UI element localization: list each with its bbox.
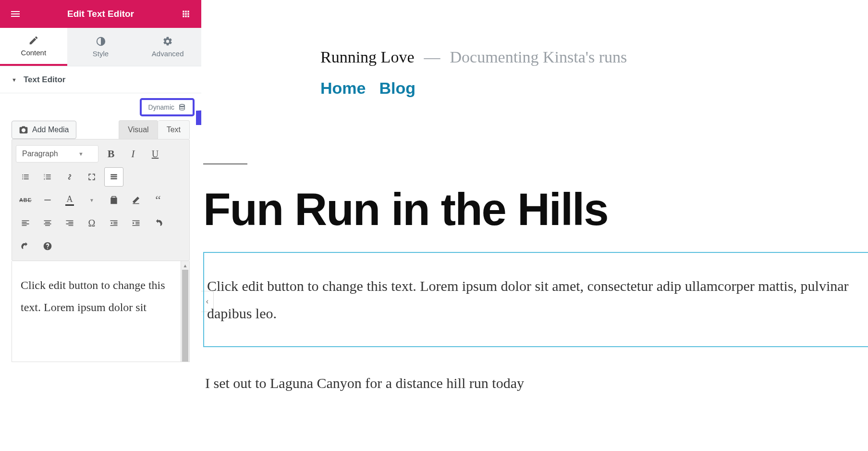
nav-home[interactable]: Home <box>320 79 366 98</box>
panel-tabs: Content Style Advanced <box>0 28 201 66</box>
selected-text-widget[interactable]: Click edit button to change this text. L… <box>203 252 868 347</box>
preview-pane: ‹ Running Love — Documenting Kinsta's ru… <box>201 0 868 451</box>
undo-button[interactable] <box>148 213 168 233</box>
special-char-button[interactable]: Ω <box>82 213 101 233</box>
site-title: Running Love <box>320 48 414 66</box>
align-right-button[interactable] <box>60 213 79 233</box>
tab-content[interactable]: Content <box>0 28 67 66</box>
scroll-up-icon: ▲ <box>181 261 189 270</box>
text-color-button[interactable]: A <box>60 190 79 210</box>
title-dash: — <box>424 48 440 66</box>
sidebar-header: Edit Text Editor <box>0 0 201 28</box>
article: Fun Run in the Hills Click edit button t… <box>201 163 868 391</box>
chevron-down-icon: ▼ <box>78 151 84 157</box>
post-paragraph: I set out to Laguna Canyon for a distanc… <box>205 375 868 391</box>
post-title: Fun Run in the Hills <box>203 184 868 236</box>
paste-text-button[interactable] <box>104 190 123 210</box>
horizontal-rule-button[interactable] <box>38 190 57 210</box>
dynamic-button[interactable]: Dynamic <box>140 98 195 116</box>
indent-button[interactable] <box>126 213 146 233</box>
format-select-label: Paragraph <box>22 150 58 158</box>
tab-content-label: Content <box>21 49 47 57</box>
redo-button[interactable] <box>16 237 35 256</box>
underline-button[interactable]: U <box>146 144 165 163</box>
site-nav: Home Blog <box>320 79 868 98</box>
scroll-thumb[interactable] <box>182 270 188 362</box>
camera-icon <box>19 125 28 135</box>
editor-mode-tabs: Visual Text <box>119 120 190 139</box>
add-media-label: Add Media <box>32 125 69 134</box>
number-list-button[interactable] <box>38 167 57 187</box>
database-icon <box>178 103 186 111</box>
bold-button[interactable]: B <box>101 144 121 163</box>
dynamic-row: Dynamic <box>0 93 201 118</box>
tab-text[interactable]: Text <box>158 120 190 139</box>
panel-title: Edit Text Editor <box>22 9 179 19</box>
align-center-button[interactable] <box>38 213 57 233</box>
help-button[interactable] <box>38 237 57 256</box>
editor-textarea[interactable]: Click edit button to change this text. L… <box>12 261 181 362</box>
italic-button[interactable]: I <box>123 144 143 163</box>
dynamic-label: Dynamic <box>148 103 174 111</box>
menu-icon[interactable] <box>9 7 22 21</box>
section-text-editor[interactable]: ▼ Text Editor <box>0 66 201 93</box>
media-row: Add Media Visual Text <box>0 118 201 139</box>
outdent-button[interactable] <box>104 213 123 233</box>
apps-icon[interactable] <box>179 7 193 21</box>
format-select[interactable]: Paragraph ▼ <box>16 145 98 163</box>
align-left-button[interactable] <box>16 213 35 233</box>
site-tagline: Documenting Kinsta's runs <box>450 48 627 66</box>
tab-visual[interactable]: Visual <box>119 120 158 139</box>
fullscreen-button[interactable] <box>82 167 101 187</box>
nav-blog[interactable]: Blog <box>379 79 416 98</box>
section-label: Text Editor <box>24 75 66 85</box>
link-button[interactable] <box>60 167 79 187</box>
svg-rect-0 <box>44 200 50 200</box>
add-media-button[interactable]: Add Media <box>12 121 76 139</box>
wysiwyg-toolbar: Paragraph ▼ B I U ABE A ▼ “ Ω <box>12 139 190 261</box>
tab-advanced-label: Advanced <box>152 50 184 58</box>
editor-sidebar: Edit Text Editor Content Style Advanced … <box>0 0 201 451</box>
caret-down-icon: ▼ <box>12 77 17 83</box>
editor-scrollbar[interactable]: ▲ <box>181 261 190 362</box>
clear-formatting-button[interactable] <box>126 190 146 210</box>
text-color-dropdown[interactable]: ▼ <box>82 190 101 210</box>
site-header: Running Love — Documenting Kinsta's runs… <box>201 0 868 98</box>
tab-style[interactable]: Style <box>67 28 134 66</box>
strikethrough-button[interactable]: ABE <box>16 190 35 210</box>
toolbar-toggle-button[interactable] <box>104 167 123 187</box>
editor-area: Click edit button to change this text. L… <box>12 261 190 362</box>
blockquote-button[interactable]: “ <box>148 190 168 210</box>
tab-advanced[interactable]: Advanced <box>134 28 201 66</box>
tab-style-label: Style <box>93 50 109 58</box>
bullet-list-button[interactable] <box>16 167 35 187</box>
divider <box>203 163 247 164</box>
